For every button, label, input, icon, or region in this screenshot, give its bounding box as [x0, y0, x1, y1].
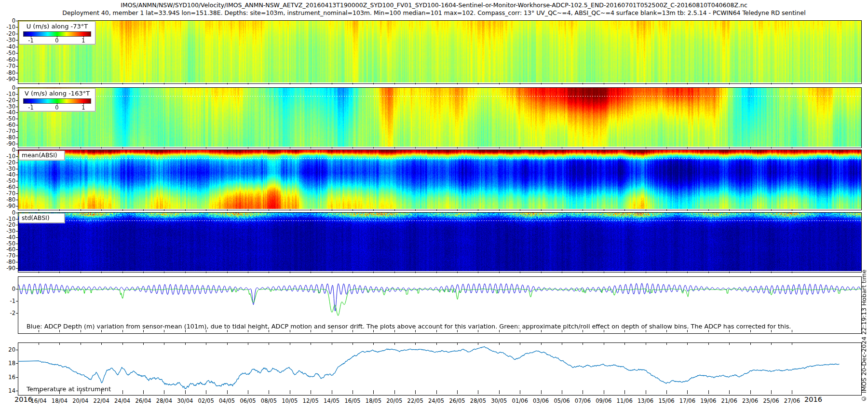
y-tick-label: 0: [1, 17, 15, 24]
y-tick-label: -90: [1, 265, 15, 272]
u-colorbar-tick-label: 0: [55, 37, 58, 44]
panel-v-velocity: V (m/s) along -163°T -1 0 1: [18, 87, 862, 148]
panel-depth-variation: Blue: ADCP Depth (m) variation from sens…: [18, 276, 862, 334]
y-tick-label: -10: [1, 24, 15, 30]
y-tick-label: -80: [1, 69, 15, 76]
y-tick-label: 20: [1, 346, 15, 353]
u-colorbar-legend: U (m/s) along -73°T -1 0 1: [19, 21, 95, 44]
figure-root: IMOS/ANMN/NSW/SYD100/Velocity/IMOS_ANMN-…: [0, 0, 868, 410]
std-absi-label-box: std(ABSI): [19, 213, 65, 223]
imos-watermark: © IMOS 20-Dec-2024 22:19:13 Hobart time: [860, 270, 868, 402]
y-tick-label: -50: [1, 50, 15, 56]
panel-u-velocity: U (m/s) along -73°T -1 0 1: [18, 20, 862, 84]
v-colorbar-title: V (m/s) along -163°T: [19, 90, 95, 97]
v-colorbar-legend: V (m/s) along -163°T -1 0 1: [19, 88, 95, 111]
y-tick-label: 14: [1, 387, 15, 394]
x-tick-label: 27/06: [779, 397, 805, 404]
v-velocity-heatmap: [18, 88, 861, 147]
std-absi-heatmap: [18, 213, 861, 271]
figure-title: IMOS/ANMN/NSW/SYD100/Velocity/IMOS_ANMN-…: [0, 1, 868, 9]
panel-temperature: Temperature at instrument: [18, 342, 862, 396]
figure-subtitle: Deployment 40, member 1 lat=33.94S lon=1…: [0, 9, 868, 16]
y-tick-label: 18: [1, 360, 15, 367]
y-tick-label: -1: [1, 298, 15, 304]
y-tick-label: -40: [1, 43, 15, 50]
panel-mean-absi: mean(ABSI): [18, 150, 862, 210]
y-tick-label: -60: [1, 56, 15, 63]
y-tick-label: -2: [1, 310, 15, 316]
y-tick-label: -70: [1, 63, 15, 69]
y-tick-label: -30: [1, 37, 15, 43]
v-colorbar-tick-label: -1: [28, 104, 33, 111]
year-label-end: 2016: [804, 396, 822, 403]
v-colorbar-tick-label: 1: [81, 104, 85, 111]
u-colorbar-tick-label: -1: [28, 37, 33, 44]
y-tick-label: -90: [1, 76, 15, 82]
panel-std-absi: std(ABSI): [18, 212, 862, 273]
mean-absi-label-box: mean(ABSI): [19, 150, 65, 160]
temperature-label: Temperature at instrument: [27, 385, 111, 393]
u-colorbar-tick-label: 1: [81, 37, 85, 44]
v-colorbar-tick-label: 0: [55, 104, 58, 111]
u-colorbar-title: U (m/s) along -73°T: [19, 23, 95, 30]
mean-absi-heatmap: [18, 150, 861, 209]
temperature-lineplot: [18, 343, 861, 394]
y-tick-label: 16: [1, 374, 15, 381]
u-velocity-heatmap: [18, 21, 861, 82]
depth-variation-annotation: Blue: ADCP Depth (m) variation from sens…: [27, 323, 791, 330]
y-tick-label: -90: [1, 140, 15, 147]
y-tick-label: -90: [1, 203, 15, 209]
y-tick-label: -20: [1, 30, 15, 37]
y-tick-label: 0: [1, 286, 15, 292]
